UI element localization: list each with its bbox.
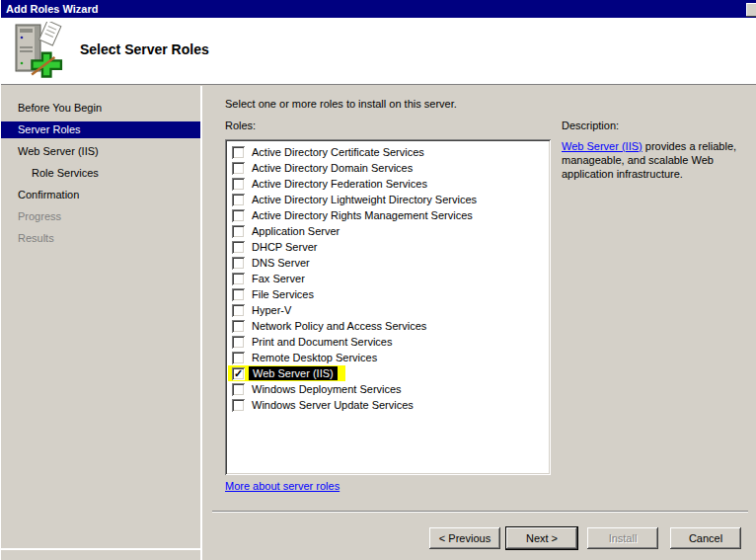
role-band: Active Directory Domain Services — [228, 160, 413, 176]
role-band: Active Directory Lightweight Directory S… — [228, 192, 477, 207]
add-roles-wizard-dialog: Add Roles Wizard Select Server Roles — [0, 0, 756, 560]
sidebar-item-label: Results — [18, 232, 54, 244]
role-label: Web Server (IIS) — [249, 366, 338, 380]
sidebar-item[interactable]: Before You Begin — [1, 100, 200, 117]
role-label: Active Directory Certificate Services — [252, 146, 424, 158]
sidebar-item-label: Confirmation — [18, 189, 79, 200]
sidebar-item-label: Progress — [18, 210, 61, 222]
role-checkbox[interactable] — [232, 225, 245, 238]
role-band: Hyper-V — [228, 302, 291, 318]
role-label: Windows Deployment Services — [252, 383, 402, 395]
role-label: Network Policy and Access Services — [252, 320, 426, 332]
sidebar-item[interactable]: Progress — [1, 208, 200, 225]
server-add-icon — [11, 22, 66, 79]
role-row[interactable]: Application Server — [228, 223, 548, 239]
role-checkbox[interactable]: ✓ — [232, 367, 245, 380]
role-checkbox[interactable] — [232, 288, 245, 301]
sidebar-item[interactable]: Role Services — [1, 165, 200, 182]
role-row[interactable]: Network Policy and Access Services — [228, 318, 548, 334]
role-row[interactable]: Active Directory Rights Management Servi… — [228, 207, 548, 223]
role-label: DHCP Server — [252, 241, 317, 253]
wizard-steps-nav: Before You Begin Server Roles Web Server… — [1, 86, 200, 247]
role-label: Fax Server — [252, 273, 305, 284]
role-checkbox[interactable] — [232, 383, 245, 396]
role-band: File Services — [228, 286, 314, 302]
role-label: Active Directory Federation Services — [252, 178, 427, 190]
footer-separator — [212, 511, 748, 513]
main-panel: Select one or more roles to install on t… — [204, 86, 756, 560]
role-row[interactable]: File Services — [228, 286, 548, 302]
role-label: Print and Document Services — [252, 336, 392, 348]
sidebar-item[interactable]: Server Roles — [1, 121, 200, 138]
role-band: DHCP Server — [228, 239, 317, 255]
role-row[interactable]: Active Directory Federation Services — [228, 176, 548, 192]
role-checkbox[interactable] — [232, 257, 245, 270]
role-band: Active Directory Rights Management Servi… — [228, 207, 473, 223]
role-band: Active Directory Federation Services — [228, 176, 427, 192]
role-label: Active Directory Lightweight Directory S… — [252, 194, 477, 205]
sidebar-item-label: Before You Begin — [18, 102, 102, 114]
role-label: File Services — [252, 288, 314, 300]
sidebar-item-label: Server Roles — [18, 123, 81, 135]
sidebar-item-label: Web Server (IIS) — [18, 145, 99, 157]
sidebar-item[interactable]: Results — [1, 230, 200, 247]
install-button[interactable]: Install — [587, 527, 658, 549]
role-checkbox[interactable] — [232, 162, 245, 175]
role-checkbox[interactable] — [232, 336, 245, 349]
role-row[interactable]: Windows Server Update Services — [228, 397, 548, 413]
role-band: Print and Document Services — [228, 334, 392, 350]
next-button[interactable]: Next > — [506, 527, 577, 549]
role-row[interactable]: Active Directory Lightweight Directory S… — [228, 192, 548, 207]
role-band: DNS Server — [228, 255, 310, 271]
role-row[interactable]: Fax Server — [228, 271, 548, 286]
wizard-sidebar: Before You Begin Server Roles Web Server… — [1, 86, 202, 560]
role-checkbox[interactable] — [232, 146, 245, 159]
role-checkbox[interactable] — [232, 194, 245, 206]
role-band: Network Policy and Access Services — [228, 318, 426, 334]
close-icon[interactable] — [746, 3, 756, 17]
role-row[interactable]: DHCP Server — [228, 239, 548, 255]
role-row[interactable]: Active Directory Domain Services — [228, 160, 548, 176]
role-label: Application Server — [252, 225, 340, 237]
description-role-link[interactable]: Web Server (IIS) — [562, 140, 643, 152]
roles-list-label: Roles: — [225, 120, 256, 131]
role-band: Application Server — [228, 223, 340, 239]
cancel-button[interactable]: Cancel — [670, 527, 741, 549]
description-text: Web Server (IIS) provides a reliable, ma… — [562, 139, 745, 181]
role-checkbox[interactable] — [232, 399, 245, 412]
role-band: Fax Server — [228, 271, 305, 286]
role-band: Active Directory Certificate Services — [228, 144, 424, 160]
previous-button[interactable]: < Previous — [429, 527, 500, 549]
role-row[interactable]: Hyper-V — [228, 302, 548, 318]
instruction-text: Select one or more roles to install on t… — [225, 98, 457, 110]
role-row[interactable]: Print and Document Services — [228, 334, 548, 350]
titlebar[interactable]: Add Roles Wizard — [1, 0, 756, 18]
window-title: Add Roles Wizard — [6, 3, 98, 15]
role-label: Active Directory Rights Management Servi… — [252, 209, 473, 221]
wizard-content: Before You Begin Server Roles Web Server… — [1, 86, 756, 560]
role-row[interactable]: Remote Desktop Services — [228, 350, 548, 365]
role-row[interactable]: ✓ Web Server (IIS) — [228, 365, 548, 381]
roles-listbox[interactable]: Active Directory Certificate Services Ac… — [225, 139, 551, 475]
role-checkbox[interactable] — [232, 320, 245, 333]
role-label: DNS Server — [252, 257, 310, 269]
role-label: Hyper-V — [252, 304, 291, 316]
role-band: Windows Deployment Services — [228, 381, 402, 397]
sidebar-item[interactable]: Confirmation — [1, 187, 200, 203]
role-checkbox[interactable] — [232, 209, 245, 222]
role-row[interactable]: Active Directory Certificate Services — [228, 144, 548, 160]
role-band: Remote Desktop Services — [228, 350, 377, 365]
role-checkbox[interactable] — [232, 241, 245, 254]
role-row[interactable]: DNS Server — [228, 255, 548, 271]
wizard-header: Select Server Roles — [1, 18, 756, 85]
role-checkbox[interactable] — [232, 178, 245, 191]
role-label: Windows Server Update Services — [252, 399, 414, 411]
role-label: Remote Desktop Services — [252, 352, 377, 363]
role-checkbox[interactable] — [232, 304, 245, 317]
role-label: Active Directory Domain Services — [252, 162, 413, 174]
sidebar-item[interactable]: Web Server (IIS) — [1, 143, 200, 160]
role-checkbox[interactable] — [232, 352, 245, 364]
role-checkbox[interactable] — [232, 273, 245, 285]
role-row[interactable]: Windows Deployment Services — [228, 381, 548, 397]
more-about-server-roles-link[interactable]: More about server roles — [225, 480, 340, 492]
